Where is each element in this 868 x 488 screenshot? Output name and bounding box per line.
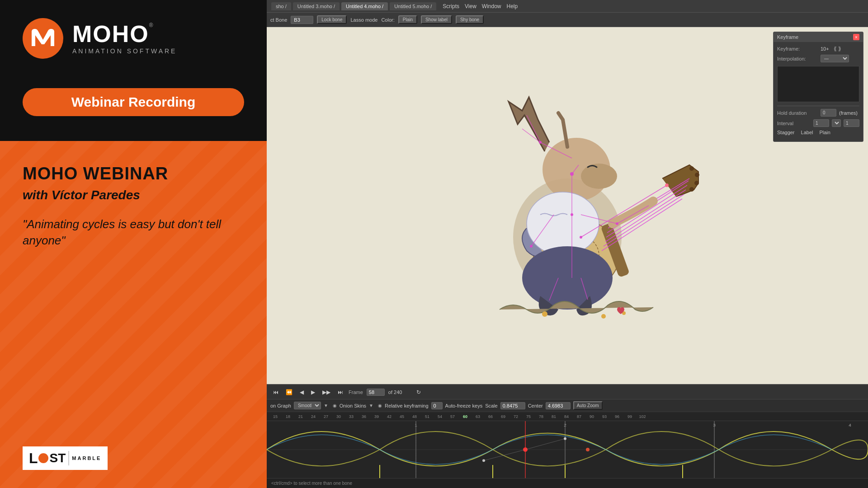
frame-input[interactable] [367, 389, 385, 396]
ruler-tick: 21 [294, 414, 307, 419]
keyframe-panel-close-btn[interactable]: × [853, 34, 859, 40]
menu-view[interactable]: View [465, 3, 476, 9]
menu-scripts[interactable]: Scripts [443, 3, 459, 9]
menu-tab-1[interactable]: sho / [271, 2, 291, 10]
moho-brand-title: MOHO [72, 22, 149, 46]
ruler-tick: 33 [345, 414, 358, 419]
webinar-content: MOHO WEBINAR with Víctor Paredes "Animat… [23, 164, 244, 249]
kf-frames-label: (frames) [839, 110, 858, 116]
moho-registered: ® [149, 22, 153, 28]
ruler-tick: 66 [484, 414, 497, 419]
frame-label: Frame [349, 389, 363, 395]
ruler-tick: 96 [611, 414, 623, 419]
keyframe-panel-body: Keyframe: 10+ ⟪ ⟫ Interpolation: — Smoot… [774, 42, 863, 141]
moho-subtitle: ANIMATION SOFTWARE [72, 47, 177, 55]
playback-rewind-btn[interactable]: ⏪ [284, 388, 294, 396]
ruler-tick: 39 [370, 414, 383, 419]
ruler-tick: 72 [509, 414, 522, 419]
svg-point-35 [530, 245, 533, 248]
ruler-tick: 27 [320, 414, 332, 419]
auto-zoom-btn[interactable]: Auto Zoom [573, 401, 603, 410]
lasso-mode-label: Lasso mode [350, 17, 377, 23]
svg-point-19 [601, 314, 606, 319]
svg-point-32 [570, 172, 574, 176]
ruler-tick: 87 [573, 414, 585, 419]
moho-software-panel: sho / Untitled 3.moho / Untitled 4.moho … [267, 0, 868, 488]
svg-point-7 [695, 173, 699, 177]
playback-prev-btn[interactable]: ◀ [298, 388, 306, 396]
svg-point-2 [581, 164, 617, 189]
center-input[interactable] [546, 402, 571, 409]
main-toolbar: ct Bone Lock bone Lasso mode Color: Plai… [267, 13, 868, 27]
webinar-presenter: with Víctor Paredes [23, 188, 244, 202]
bone-input[interactable] [291, 16, 313, 24]
show-label-btn[interactable]: Show label [421, 15, 452, 24]
ruler-tick: 42 [383, 414, 396, 419]
playback-play-btn[interactable]: ▶ [309, 388, 317, 396]
canvas-area: Keyframe × Keyframe: 10+ ⟪ ⟫ Interpolati… [267, 27, 868, 384]
ruler-tick: 75 [522, 414, 535, 419]
kf-label-label: Label [801, 130, 813, 135]
kf-interval-select[interactable]: ↕ [832, 119, 841, 127]
kf-interval-input1[interactable] [813, 119, 829, 127]
kf-stagger-label: Stagger [777, 130, 795, 135]
ruler-tick: 57 [446, 414, 459, 419]
kf-interpolation-label: Interpolation: [777, 56, 818, 61]
logo-section: MOHO ® ANIMATION SOFTWARE [0, 0, 267, 77]
menu-tab-2[interactable]: Untitled 3.moho / [293, 2, 340, 10]
scale-input[interactable] [500, 402, 525, 409]
shy-bone-btn[interactable]: Shy bone [456, 15, 484, 24]
playback-start-btn[interactable]: ⏮ [271, 388, 280, 396]
lock-bone-btn[interactable]: Lock bone [317, 15, 347, 24]
ruler-tick: 90 [585, 414, 598, 419]
menu-tab-3[interactable]: Untitled 4.moho / [341, 2, 388, 10]
color-value-btn[interactable]: Plain [398, 15, 417, 24]
frame-ruler: 15 18 21 24 27 30 33 36 39 42 45 48 51 5… [267, 412, 868, 421]
svg-point-8 [694, 181, 699, 185]
menu-window[interactable]: Window [482, 3, 501, 9]
ruler-tick: 30 [332, 414, 345, 419]
relative-keyframing-label: Relative keyframing [385, 403, 429, 408]
ruler-tick: 54 [434, 414, 446, 419]
smooth-select[interactable]: Smooth [294, 402, 321, 409]
svg-point-60 [482, 459, 485, 462]
left-panel: MOHO ® ANIMATION SOFTWARE Webinar Record… [0, 0, 267, 488]
playback-end-btn[interactable]: ⏭ [336, 388, 345, 396]
character-illustration [409, 88, 726, 323]
webinar-quote: "Animating cycles is easy but don't tell… [23, 216, 244, 249]
color-label: Color: [381, 17, 394, 23]
timeline-area: ⏮ ⏪ ◀ ▶ ▶▶ ⏭ Frame of 240 ↻ on Graph Smo… [267, 384, 868, 488]
svg-point-57 [586, 448, 590, 451]
webinar-heading: MOHO WEBINAR [23, 164, 244, 184]
kf-graph-preview [777, 66, 859, 102]
on-graph-label: on Graph [270, 403, 291, 408]
ruler-tick: 45 [396, 414, 408, 419]
svg-point-17 [522, 246, 613, 310]
ruler-tick: 63 [472, 414, 484, 419]
loop-btn[interactable]: ↻ [415, 388, 423, 396]
menu-help[interactable]: Help [507, 3, 518, 9]
left-content-section: MOHO WEBINAR with Víctor Paredes "Animat… [0, 141, 267, 488]
menu-bar: sho / Untitled 3.moho / Untitled 4.moho … [267, 0, 868, 13]
status-text: <ctrl/cmd> to select more than one bone [271, 481, 352, 486]
keyframe-panel: Keyframe × Keyframe: 10+ ⟪ ⟫ Interpolati… [773, 32, 863, 142]
kf-interval-input2[interactable] [844, 119, 859, 127]
svg-point-36 [539, 141, 542, 144]
moho-logo-icon [29, 27, 57, 50]
relative-keyframing-input[interactable] [431, 402, 443, 409]
playback-next-btn[interactable]: ▶▶ [321, 388, 332, 396]
ruler-tick: 81 [547, 414, 560, 419]
curve-graph: 1 2 3 4 [267, 421, 868, 478]
svg-point-38 [665, 183, 669, 187]
menu-tab-4[interactable]: Untitled 5.moho / [390, 2, 436, 10]
interpolation-select[interactable]: — Smooth Linear [821, 55, 849, 62]
webinar-badge-text: Webinar Recording [71, 94, 195, 109]
kf-keyframe-value: 10+ [821, 46, 829, 52]
bone-label: ct Bone [270, 17, 287, 23]
kf-hold-input[interactable] [821, 109, 836, 117]
scale-label: Scale [485, 403, 498, 408]
status-bar: <ctrl/cmd> to select more than one bone [267, 478, 868, 488]
ruler-tick: 36 [358, 414, 370, 419]
ruler-tick: 48 [408, 414, 421, 419]
ruler-tick-current: 60 [459, 414, 472, 419]
